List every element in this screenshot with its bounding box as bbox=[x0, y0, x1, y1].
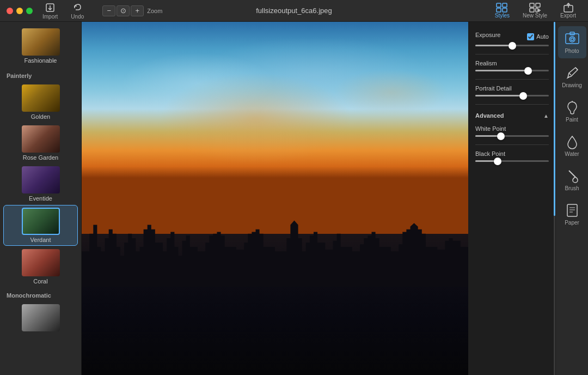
adjustments-panel-wrapper: Exposure Auto Realism bbox=[468, 22, 555, 375]
zoom-out-button[interactable]: − bbox=[102, 5, 115, 16]
traffic-lights bbox=[7, 8, 33, 14]
style-item-rose-garden[interactable]: Rose Garden bbox=[3, 123, 78, 163]
scrollbar-track bbox=[554, 22, 555, 375]
paint-icon bbox=[564, 99, 580, 116]
tool-paper[interactable]: Paper bbox=[558, 198, 586, 230]
portrait-detail-slider-fill bbox=[475, 95, 523, 96]
white-point-slider-track[interactable] bbox=[475, 135, 549, 137]
import-icon bbox=[45, 2, 56, 13]
verdant-thumbnail bbox=[22, 208, 60, 235]
white-point-label: White Point bbox=[475, 125, 549, 132]
golden-label: Golden bbox=[31, 113, 50, 120]
canvas-area bbox=[82, 22, 468, 375]
photo-label: Photo bbox=[565, 48, 579, 54]
advanced-chevron-icon: ▲ bbox=[543, 113, 549, 119]
fashionable-thumbnail bbox=[22, 28, 60, 56]
styles-icon bbox=[496, 3, 508, 13]
eventide-thumbnail bbox=[22, 166, 60, 193]
advanced-header[interactable]: Advanced ▲ bbox=[469, 109, 555, 122]
divider-3 bbox=[475, 104, 549, 105]
fashionable-label: Fashionable bbox=[4, 57, 77, 64]
zoom-fit-button[interactable]: ⊙ bbox=[117, 5, 130, 16]
water-label: Water bbox=[565, 151, 579, 157]
export-button[interactable]: Export bbox=[555, 2, 581, 20]
import-button[interactable]: Import bbox=[39, 1, 61, 21]
svg-rect-6 bbox=[530, 3, 534, 7]
svg-rect-7 bbox=[530, 8, 534, 12]
exposure-slider-fill bbox=[475, 45, 512, 46]
undo-icon bbox=[72, 2, 83, 13]
tool-paint[interactable]: Paint bbox=[558, 95, 586, 127]
close-button[interactable] bbox=[7, 8, 13, 14]
mono-thumbnail bbox=[22, 304, 60, 331]
titlebar: Import Undo − ⊙ + Zoom fullsizeoutput_6c… bbox=[0, 0, 588, 22]
svg-line-21 bbox=[569, 171, 575, 177]
divider-2 bbox=[475, 79, 549, 80]
paper-label: Paper bbox=[565, 220, 579, 226]
realism-slider-thumb[interactable] bbox=[524, 67, 532, 75]
adjustments-panel: Exposure Auto Realism bbox=[468, 22, 555, 174]
cloud-layer bbox=[82, 39, 468, 216]
divider-4 bbox=[475, 144, 549, 145]
svg-point-17 bbox=[571, 38, 573, 41]
exposure-slider-track[interactable] bbox=[475, 45, 549, 46]
canvas-content bbox=[82, 22, 468, 375]
sidebar: Fashionable Painterly Golden Rose Garden… bbox=[0, 22, 82, 375]
style-item-verdant[interactable]: Verdant bbox=[3, 205, 78, 246]
paint-label: Paint bbox=[566, 117, 578, 123]
maximize-button[interactable] bbox=[26, 8, 33, 14]
brush-label: Brush bbox=[565, 185, 579, 191]
style-item-eventide[interactable]: Eventide bbox=[3, 164, 78, 204]
zoom-label: Zoom bbox=[147, 8, 162, 14]
tool-brush[interactable]: Brush bbox=[558, 164, 586, 196]
realism-slider-track[interactable] bbox=[475, 70, 549, 71]
styles-button[interactable]: Styles bbox=[489, 2, 515, 20]
scrollbar-thumb[interactable] bbox=[554, 22, 555, 216]
style-item-mono[interactable] bbox=[3, 302, 78, 334]
zoom-controls: − ⊙ + Zoom bbox=[102, 5, 162, 16]
styles-label: Styles bbox=[495, 13, 510, 19]
auto-checkbox[interactable] bbox=[527, 33, 534, 40]
exposure-slider-thumb[interactable] bbox=[509, 42, 516, 50]
rosegarden-thumbnail bbox=[22, 125, 60, 153]
portrait-detail-slider-track[interactable] bbox=[475, 95, 549, 96]
monochromatic-section-label: Monochromatic bbox=[0, 288, 81, 301]
export-icon bbox=[562, 3, 574, 13]
new-style-button[interactable]: New Style bbox=[517, 2, 553, 20]
tool-photo[interactable]: Photo bbox=[558, 26, 586, 58]
realism-slider-fill bbox=[475, 70, 528, 71]
svg-point-16 bbox=[569, 37, 575, 42]
portrait-detail-label: Portrait Detail bbox=[475, 85, 549, 92]
eventide-label: Eventide bbox=[29, 195, 52, 202]
tool-water[interactable]: Water bbox=[558, 129, 586, 161]
photo-icon bbox=[564, 31, 580, 47]
import-label: Import bbox=[42, 14, 58, 20]
advanced-label: Advanced bbox=[475, 112, 504, 119]
svg-rect-8 bbox=[536, 3, 540, 7]
export-label: Export bbox=[560, 13, 576, 19]
style-item-coral[interactable]: Coral bbox=[3, 247, 78, 287]
water-icon bbox=[564, 134, 580, 150]
tool-drawing[interactable]: Drawing bbox=[558, 61, 586, 93]
portrait-detail-slider-thumb[interactable] bbox=[519, 92, 527, 100]
tool-panel: Photo Drawing Paint bbox=[555, 22, 588, 375]
undo-label: Undo bbox=[71, 14, 84, 20]
svg-line-18 bbox=[569, 73, 571, 75]
black-point-slider-track[interactable] bbox=[475, 160, 549, 162]
verdant-label: Verdant bbox=[30, 237, 51, 243]
svg-line-19 bbox=[575, 68, 578, 70]
style-item-golden[interactable]: Golden bbox=[3, 82, 78, 122]
black-point-slider-thumb[interactable] bbox=[494, 158, 501, 165]
minimize-button[interactable] bbox=[16, 8, 23, 14]
undo-button[interactable]: Undo bbox=[68, 1, 87, 21]
coral-label: Coral bbox=[33, 278, 47, 285]
advanced-section: Advanced ▲ White Point Black Point bbox=[469, 109, 555, 167]
divider-1 bbox=[475, 54, 549, 55]
black-point-label: Black Point bbox=[475, 150, 549, 157]
auto-label: Auto bbox=[536, 33, 549, 40]
drawing-icon bbox=[564, 65, 580, 81]
white-point-slider-thumb[interactable] bbox=[497, 132, 505, 140]
new-style-icon bbox=[529, 3, 541, 13]
zoom-in-button[interactable]: + bbox=[131, 5, 144, 16]
rosegarden-label: Rose Garden bbox=[23, 154, 58, 161]
